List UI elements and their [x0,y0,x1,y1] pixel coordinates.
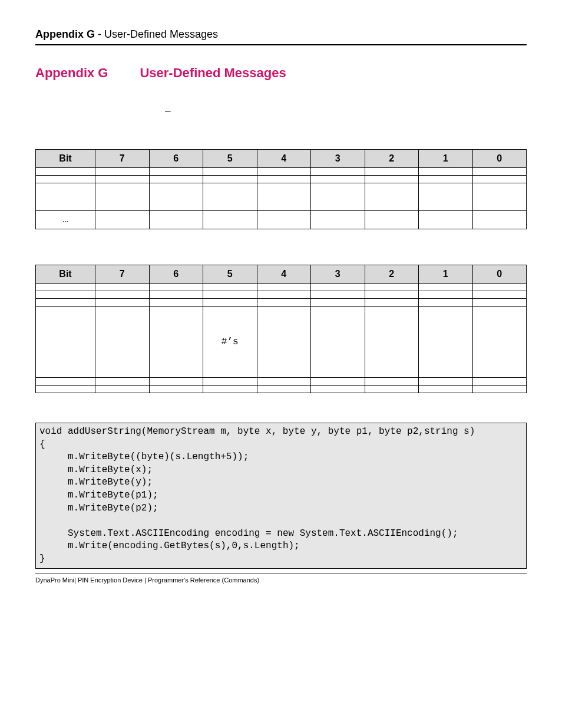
col-header: 7 [95,150,150,168]
cell [365,183,419,211]
col-header: 0 [472,265,527,284]
table-row [36,176,527,183]
cell [419,291,473,299]
cell [36,176,95,183]
col-header: 2 [365,150,419,168]
cell [149,307,203,378]
cell [472,176,527,183]
cell [311,307,365,378]
cell: … [36,211,95,229]
cell [257,183,311,211]
cell [257,386,311,393]
cell [365,291,419,299]
cell [203,299,257,307]
cell [36,386,95,393]
cell [95,299,150,307]
cell [257,211,311,229]
code-listing: void addUserString(MemoryStream m, byte … [35,423,527,569]
cell [36,378,95,386]
col-header: 4 [257,150,311,168]
table-row [36,299,527,307]
col-header: 0 [472,150,527,168]
table-header-row: Bit 7 6 5 4 3 2 1 0 [36,265,527,284]
cell [472,299,527,307]
table-row: … [36,211,527,229]
cell [149,168,203,176]
cell [365,168,419,176]
cell [311,378,365,386]
cell [419,183,473,211]
cell [365,386,419,393]
cell [365,176,419,183]
cell [203,378,257,386]
cell [419,168,473,176]
col-header: Bit [36,265,95,284]
page-footer: DynaPro Mini| PIN Encryption Device | Pr… [35,574,527,584]
cell [419,307,473,378]
cell [419,299,473,307]
cell [95,284,150,291]
cell [257,299,311,307]
col-header: 1 [419,150,473,168]
table-header-row: Bit 7 6 5 4 3 2 1 0 [36,150,527,168]
cell [149,211,203,229]
cell [419,386,473,393]
cell [149,386,203,393]
cell [311,168,365,176]
cell [95,307,150,378]
cell [257,307,311,378]
cell [95,378,150,386]
stray-underscore: _ [165,103,527,114]
col-header: Bit [36,150,95,168]
appendix-label: Appendix G [35,65,108,80]
cell [311,299,365,307]
table-row [36,168,527,176]
cell [472,386,527,393]
cell [419,378,473,386]
cell [203,183,257,211]
cell [365,284,419,291]
cell [472,168,527,176]
col-header: 2 [365,265,419,284]
cell [149,299,203,307]
cell [149,291,203,299]
running-header: Appendix G - User-Defined Messages [35,28,527,45]
cell [419,176,473,183]
cell [203,176,257,183]
cell [203,211,257,229]
table-row [36,183,527,211]
table-row [36,378,527,386]
cell [36,291,95,299]
cell [472,307,527,378]
cell: #’s [203,307,257,378]
cell [365,378,419,386]
cell [472,284,527,291]
cell [257,284,311,291]
cell [472,183,527,211]
col-header: 6 [149,150,203,168]
col-header: 4 [257,265,311,284]
cell [95,168,150,176]
cell [365,299,419,307]
appendix-title: Appendix GUser-Defined Messages [35,65,527,81]
cell [95,176,150,183]
cell [149,284,203,291]
document-page: Appendix G - User-Defined Messages Appen… [0,0,562,595]
table-row [36,386,527,393]
bit-table-2: Bit 7 6 5 4 3 2 1 0 [35,265,527,393]
cell [311,386,365,393]
cell [311,176,365,183]
cell [149,378,203,386]
cell [311,291,365,299]
cell [95,386,150,393]
col-header: 6 [149,265,203,284]
cell [95,291,150,299]
table-row [36,284,527,291]
col-header: 1 [419,265,473,284]
cell [257,291,311,299]
cell [95,211,150,229]
table-row: #’s [36,307,527,378]
cell [257,378,311,386]
bit-table-1: Bit 7 6 5 4 3 2 1 0 [35,149,527,229]
cell [36,299,95,307]
